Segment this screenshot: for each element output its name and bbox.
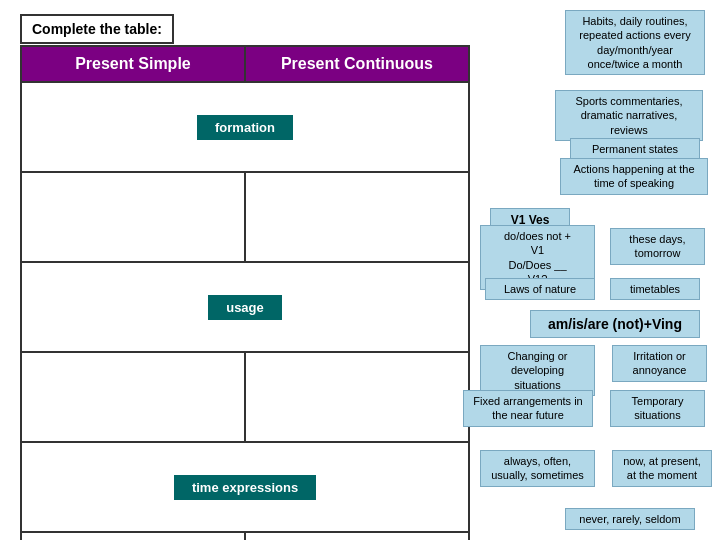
never-tag: never, rarely, seldom	[565, 508, 695, 530]
table-row-formation: formation	[21, 82, 469, 172]
laws-nature-tag: Laws of nature	[485, 278, 595, 300]
time-expressions-label: time expressions	[174, 475, 316, 500]
header-present-simple: Present Simple	[21, 46, 245, 82]
am-is-are-tag: am/is/are (not)+Ving	[530, 310, 700, 338]
table-row-time-content	[21, 532, 469, 540]
table-row-usage: usage	[21, 262, 469, 352]
irritation-tag: Irritation or annoyance	[612, 345, 707, 382]
main-table: Present Simple Present Continuous format…	[20, 45, 470, 540]
sports-tag: Sports commentaries, dramatic narratives…	[555, 90, 703, 141]
formation-label: formation	[197, 115, 293, 140]
fixed-tag: Fixed arrangements in the near future	[463, 390, 593, 427]
header-present-continuous: Present Continuous	[245, 46, 469, 82]
changing-tag: Changing or developing situations	[480, 345, 595, 396]
these-days-tag: these days, tomorrow	[610, 228, 705, 265]
timetables-tag: timetables	[610, 278, 700, 300]
table-row-formation-content	[21, 172, 469, 262]
permanent-states-tag: Permanent states	[570, 138, 700, 160]
instruction-box: Complete the table:	[20, 14, 174, 44]
table-row-usage-content	[21, 352, 469, 442]
habits-tag: Habits, daily routines, repeated actions…	[565, 10, 705, 75]
usage-label: usage	[208, 295, 282, 320]
actions-time-tag: Actions happening at the time of speakin…	[560, 158, 708, 195]
table-row-time: time expressions	[21, 442, 469, 532]
now-tag: now, at present, at the moment	[612, 450, 712, 487]
always-tag: always, often, usually, sometimes	[480, 450, 595, 487]
temporary-tag: Temporary situations	[610, 390, 705, 427]
